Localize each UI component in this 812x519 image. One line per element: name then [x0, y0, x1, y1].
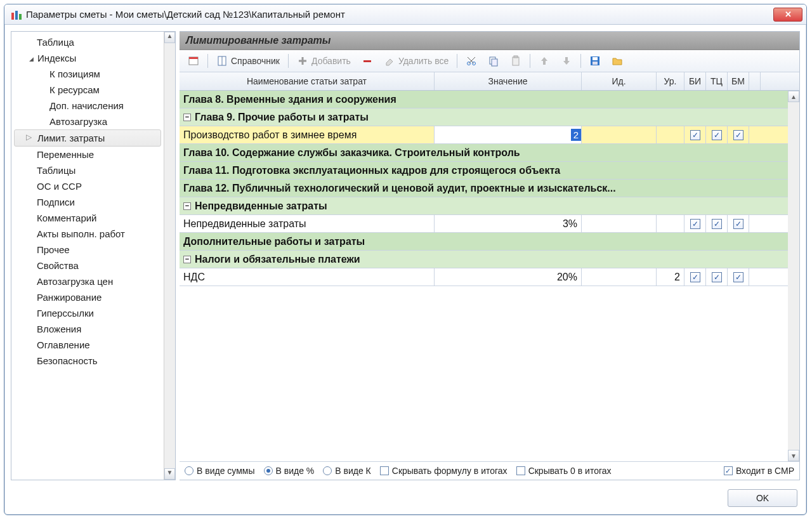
paste-button[interactable] [506, 53, 526, 69]
sidebar-item[interactable]: Гиперссылки [11, 305, 164, 321]
reference-button[interactable]: Справочник [212, 53, 284, 69]
paste-icon [510, 55, 521, 67]
remove-button[interactable] [357, 53, 377, 69]
grid-row[interactable]: Производство работ в зимнее время2✓✓✓ [180, 126, 799, 144]
grid-row[interactable]: −Глава 9. Прочие работы и затраты [180, 108, 799, 126]
sidebar-item[interactable]: Прочее [11, 242, 164, 258]
cut-button[interactable] [461, 53, 481, 69]
grid-row[interactable]: Глава 11. Подготовка эксплуатационных ка… [180, 162, 799, 180]
checkbox[interactable]: ✓ [712, 272, 722, 282]
sidebar-item[interactable]: ОС и ССР [11, 178, 164, 194]
sidebar: ТаблицаИндексыК позициямК ресурсамДоп. н… [11, 31, 176, 480]
sidebar-item[interactable]: Безопасность [11, 353, 164, 369]
folder-open-icon [612, 55, 623, 67]
sidebar-item[interactable]: Автозагрузка цен [11, 273, 164, 289]
radio-as-k[interactable]: В виде К [323, 466, 371, 476]
close-button[interactable]: ✕ [773, 8, 802, 22]
footer-bar: В виде суммы В виде % В виде К Скрывать … [180, 461, 799, 480]
checkbox[interactable]: ✓ [690, 219, 700, 229]
scroll-up-icon[interactable]: ▲ [788, 91, 799, 102]
grid-row[interactable]: НДС20%2✓✓✓ [180, 268, 799, 286]
grid-row[interactable]: −Налоги и обязательные платежи [180, 251, 799, 268]
sidebar-tree[interactable]: ТаблицаИндексыК позициямК ресурсамДоп. н… [11, 32, 164, 480]
col-id[interactable]: Ид. [582, 72, 657, 90]
sidebar-item[interactable]: Свойства [11, 258, 164, 273]
checkbox[interactable]: ✓ [733, 130, 743, 140]
radio-as-percent[interactable]: В виде % [264, 466, 315, 476]
grid-row[interactable]: Глава 12. Публичный технологический и це… [180, 180, 799, 197]
sidebar-item[interactable]: Подписи [11, 194, 164, 210]
sidebar-item[interactable]: Акты выполн. работ [11, 226, 164, 242]
col-tc[interactable]: ТЦ [706, 72, 728, 90]
grid-row[interactable]: Дополнительные работы и затраты [180, 233, 799, 251]
copy-button[interactable] [483, 53, 504, 69]
checkbox-hide-formula[interactable]: Скрывать формулу в итогах [380, 466, 508, 476]
col-level[interactable]: Ур. [657, 72, 684, 90]
toggle-icon [188, 55, 199, 67]
sidebar-item[interactable]: Комментарий [11, 210, 164, 226]
ok-button[interactable]: OK [728, 489, 797, 507]
sidebar-item[interactable]: К позициям [11, 66, 164, 82]
open-button[interactable] [607, 53, 627, 69]
sidebar-item[interactable]: Таблицы [11, 162, 164, 178]
collapse-icon[interactable]: − [183, 256, 191, 263]
arrow-down-icon [561, 55, 572, 67]
svg-rect-18 [593, 62, 598, 65]
grid[interactable]: Глава 8. Временные здания и сооружения−Г… [180, 91, 799, 461]
toggle-button[interactable] [183, 53, 204, 69]
svg-rect-13 [514, 56, 518, 58]
checkbox[interactable]: ✓ [733, 272, 743, 282]
grid-row[interactable]: Непредвиденные затраты3%✓✓✓ [180, 215, 799, 233]
collapse-icon[interactable]: − [183, 202, 191, 210]
svg-rect-17 [593, 57, 598, 60]
delete-all-button[interactable]: Удалить все [379, 53, 453, 69]
checkbox[interactable]: ✓ [690, 272, 700, 282]
move-down-button[interactable] [556, 53, 577, 69]
titlebar: Параметры сметы - Мои сметы\Детский сад … [4, 4, 806, 25]
svg-rect-14 [543, 61, 546, 65]
sidebar-item[interactable]: Вложения [11, 321, 164, 337]
sidebar-scrollbar[interactable]: ▲ ▼ [164, 32, 175, 480]
toolbar: Справочник Добавить Удалить все [180, 50, 799, 72]
svg-rect-11 [492, 59, 497, 66]
svg-rect-2 [19, 14, 22, 20]
sidebar-item[interactable]: Ранжирование [11, 289, 164, 305]
grid-row[interactable]: Глава 8. Временные здания и сооружения [180, 91, 799, 108]
radio-as-sum[interactable]: В виде суммы [185, 466, 255, 476]
scroll-down-icon[interactable]: ▼ [788, 450, 799, 461]
move-up-button[interactable] [534, 53, 554, 69]
sidebar-item[interactable]: Автозагрузка [11, 114, 164, 129]
checkbox[interactable]: ✓ [712, 219, 722, 229]
save-icon [589, 55, 601, 67]
col-value[interactable]: Значение [435, 72, 582, 90]
svg-rect-4 [189, 57, 198, 59]
sidebar-item[interactable]: К ресурсам [11, 82, 164, 98]
checkbox[interactable]: ✓ [712, 130, 722, 140]
sidebar-item[interactable]: Оглавление [11, 337, 164, 353]
save-button[interactable] [585, 53, 605, 69]
col-name[interactable]: Наименование статьи затрат [180, 72, 435, 90]
grid-row[interactable]: Глава 10. Содержание службы заказчика. С… [180, 144, 799, 162]
checkbox-in-smr[interactable]: ✓Входит в СМР [724, 466, 794, 476]
col-bm[interactable]: БМ [728, 72, 749, 90]
arrow-up-icon [539, 55, 550, 67]
svg-rect-15 [565, 57, 568, 61]
collapse-icon[interactable]: − [183, 114, 191, 121]
sidebar-item[interactable]: Переменные [11, 147, 164, 162]
sidebar-item[interactable]: Индексы [11, 50, 164, 66]
value-input[interactable]: 2 [571, 129, 581, 141]
add-button[interactable]: Добавить [292, 53, 355, 69]
sidebar-item[interactable]: Лимит. затраты [14, 129, 161, 147]
grid-row[interactable]: −Непредвиденные затраты [180, 197, 799, 215]
grid-scrollbar[interactable]: ▲ ▼ [788, 91, 799, 461]
sidebar-item[interactable]: Доп. начисления [11, 98, 164, 114]
checkbox[interactable]: ✓ [690, 130, 700, 140]
plus-icon [297, 55, 308, 67]
col-bi[interactable]: БИ [684, 72, 706, 90]
scissors-icon [466, 55, 477, 67]
sidebar-item[interactable]: Таблица [11, 34, 164, 50]
checkbox-hide-zero[interactable]: Скрывать 0 в итогах [516, 466, 612, 476]
checkbox[interactable]: ✓ [733, 219, 743, 229]
panel-title: Лимитированные затраты [180, 32, 799, 50]
app-icon [11, 9, 22, 20]
